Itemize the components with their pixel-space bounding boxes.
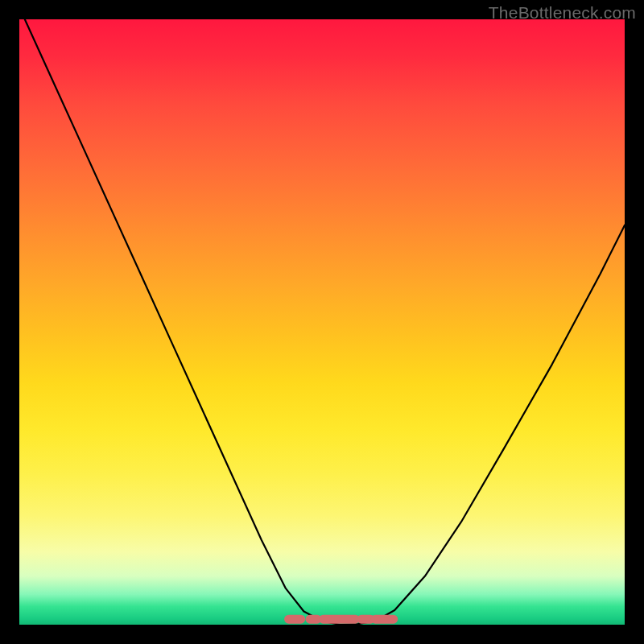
bottleneck-curve	[19, 19, 625, 625]
chart-frame: TheBottleneck.com	[0, 0, 644, 644]
plot-area	[19, 19, 625, 625]
bottom-dash-marker	[19, 19, 625, 625]
